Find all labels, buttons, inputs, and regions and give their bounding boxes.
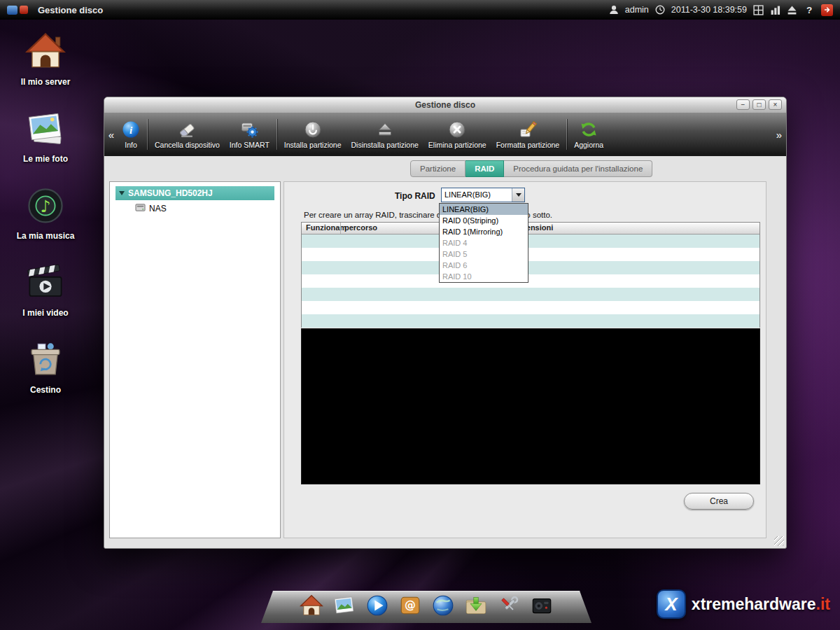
resize-grip[interactable] — [774, 536, 784, 546]
toolbar-scroll-left[interactable]: « — [106, 129, 117, 141]
toolbar-format-partition-button[interactable]: Formatta partizione — [491, 120, 564, 149]
combo-dropdown-button[interactable] — [512, 188, 524, 202]
disk-management-window: Gestione disco − □ × « i Info Cancella d… — [104, 97, 787, 549]
drive-icon — [135, 203, 146, 214]
logout-icon[interactable] — [821, 4, 833, 16]
eraser-icon — [178, 120, 196, 139]
raid-option-linear[interactable]: LINEAR(BIG) — [440, 204, 528, 215]
tab-installation-wizard[interactable]: Procedura guidata per l'installazione — [504, 160, 652, 177]
tab-raid[interactable]: RAID — [465, 160, 504, 177]
music-icon: ♪ — [25, 185, 66, 228]
desktop-icon-my-photos[interactable]: Le mie foto — [13, 108, 78, 164]
desktop-icon-label: La mia musica — [17, 231, 75, 241]
dock: @ — [261, 588, 592, 622]
tab-bar: Partizione RAID Procedura guidata per l'… — [410, 160, 652, 177]
tree-item-nas[interactable]: NAS — [110, 202, 280, 215]
system-logo-icon[interactable] — [7, 6, 28, 15]
toolbar-install-partition-button[interactable]: Installa partizione — [279, 120, 346, 149]
column-separator — [340, 223, 341, 234]
maximize-button[interactable]: □ — [752, 99, 766, 110]
table-row — [302, 288, 760, 301]
chevron-down-icon — [516, 193, 522, 197]
help-button[interactable]: ? — [804, 5, 815, 15]
raid-type-select[interactable]: LINEAR(BIG) — [441, 188, 525, 202]
column-header: percorso — [344, 223, 377, 232]
device-tree-panel: SAMSUNG_HD502HJ NAS — [109, 181, 281, 538]
tree-nas-label: NAS — [149, 204, 167, 214]
desktop-icon-trash[interactable]: Cestino — [13, 339, 78, 395]
dock-mail-icon[interactable]: @ — [398, 594, 422, 617]
trash-icon — [25, 339, 66, 382]
dock-tools-icon[interactable] — [497, 594, 521, 617]
table-row — [302, 261, 760, 274]
info-icon: i — [122, 120, 140, 139]
apps-grid-icon[interactable] — [753, 5, 764, 15]
tab-partizione[interactable]: Partizione — [410, 160, 465, 177]
raid-type-label: Tipo RAID — [395, 191, 435, 201]
delete-circle-icon — [448, 120, 466, 139]
raid-option-raid0[interactable]: RAID 0(Striping) — [440, 215, 528, 226]
dock-download-icon[interactable] — [464, 594, 488, 617]
brand-tld: .it — [816, 595, 830, 613]
pencil-icon — [519, 120, 537, 139]
table-row — [302, 234, 760, 248]
usage-stats-icon[interactable] — [770, 5, 780, 15]
raid-option-raid1[interactable]: RAID 1(Mirroring) — [440, 226, 528, 237]
create-button[interactable]: Crea — [684, 493, 754, 510]
raid-drop-zone[interactable] — [301, 328, 760, 484]
desktop-icon-my-server[interactable]: Il mio server — [13, 31, 78, 87]
install-partition-icon — [304, 120, 322, 139]
toolbar-scroll-right[interactable]: » — [774, 129, 785, 141]
table-row — [302, 301, 760, 314]
toolbar-smart-info-button[interactable]: Info SMART — [225, 120, 274, 149]
dock-home-icon[interactable] — [300, 594, 323, 617]
menubar-user[interactable]: admin — [625, 5, 649, 15]
raid-panel: Tipo RAID LINEAR(BIG) Per creare un arra… — [284, 181, 766, 538]
dock-media-player-icon[interactable] — [365, 594, 389, 617]
menubar-title: Gestione disco — [38, 5, 103, 15]
eject-partition-icon — [376, 120, 394, 139]
window-titlebar[interactable]: Gestione disco − □ × — [104, 97, 786, 113]
toolbar-delete-partition-button[interactable]: Elimina partizione — [424, 120, 491, 149]
xtremehardware-text: xtremehardware.it — [692, 595, 830, 614]
video-clapper-icon — [25, 262, 66, 305]
close-button[interactable]: × — [769, 99, 782, 110]
desktop-icon-my-music[interactable]: ♪ La mia musica — [13, 185, 78, 241]
menubar-datetime: 2011-3-30 18:39:59 — [671, 5, 747, 15]
raid-option-raid5: RAID 5 — [440, 248, 528, 260]
disk-gear-icon — [240, 120, 258, 139]
toolbar-info-button[interactable]: i Info — [117, 120, 145, 149]
photos-icon — [25, 108, 66, 151]
desktop-icon-label: Il mio server — [21, 77, 71, 87]
partition-table-header: Funzionam percorso Dimensioni — [302, 223, 760, 234]
refresh-icon — [580, 120, 598, 139]
dock-browser-icon[interactable] — [431, 594, 455, 617]
toolbar-erase-device-button[interactable]: Cancella dispositivo — [150, 120, 225, 149]
tree-item-device[interactable]: SAMSUNG_HD502HJ — [115, 186, 274, 200]
toolbar-uninstall-partition-button[interactable]: Disinstalla partizione — [346, 120, 424, 149]
toolbar-separator — [566, 119, 567, 150]
desktop-icon-my-videos[interactable]: I miei video — [13, 262, 78, 318]
home-icon — [25, 31, 66, 74]
table-row — [302, 248, 760, 261]
dock-photos-icon[interactable] — [332, 594, 356, 617]
table-row — [302, 314, 760, 328]
svg-text:@: @ — [405, 598, 416, 612]
raid-type-selected-value: LINEAR(BIG) — [442, 188, 512, 202]
desktop-icon-label: I miei video — [22, 308, 68, 318]
toolbar-separator — [276, 119, 277, 150]
tree-device-label: SAMSUNG_HD502HJ — [128, 188, 213, 198]
svg-text:♪: ♪ — [40, 197, 50, 216]
window-title: Gestione disco — [415, 100, 475, 110]
raid-option-raid10: RAID 10 — [440, 271, 528, 282]
xtremehardware-logo-icon: X — [657, 589, 686, 619]
minimize-button[interactable]: − — [736, 99, 750, 110]
toolbar-refresh-button[interactable]: Aggiorna — [569, 120, 608, 149]
tree-expander-icon[interactable] — [119, 191, 125, 195]
eject-icon[interactable] — [787, 5, 797, 15]
desktop-icon-label: Cestino — [30, 385, 61, 395]
dock-devices-icon[interactable] — [530, 594, 554, 617]
user-icon — [609, 5, 619, 15]
raid-type-options-list: LINEAR(BIG) RAID 0(Striping) RAID 1(Mirr… — [439, 203, 528, 283]
desktop-icon-label: Le mie foto — [23, 154, 68, 164]
